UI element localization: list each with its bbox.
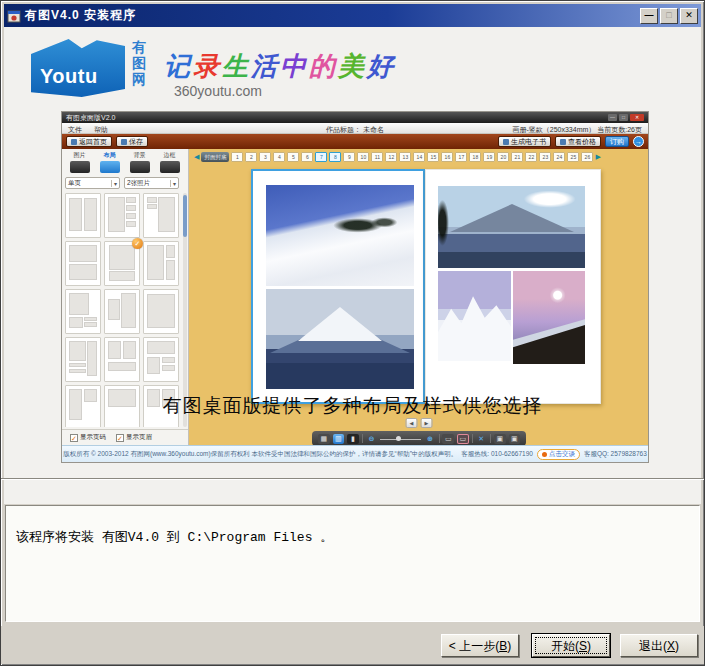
layout-thumbnail[interactable] [65,337,101,382]
photo-tool-icon: ▣ [494,434,506,444]
page-number-23[interactable]: 23 [539,152,551,162]
layout-thumbnail[interactable] [65,241,101,286]
page-number-9[interactable]: 9 [343,152,355,162]
selected-layout-check-icon: ✓ [132,238,143,249]
layout-thumbnail[interactable] [143,289,179,334]
photo-count-dropdown: 2张照片▾ [124,177,179,189]
page-number-10[interactable]: 10 [357,152,369,162]
tagline-char: 美 [338,51,367,81]
layout-thumbnail[interactable] [143,337,179,382]
app-toolbar: 返回首页 保存 生成电子书 查看价格 订购 → [62,134,648,149]
install-message: 该程序将安装 有图V4.0 到 C:\Program Files 。 [16,528,333,546]
photo-tool-icon: ▣ [509,434,521,444]
frame-icon: ▭ [442,434,454,444]
pages-next-icon: ▶ [595,153,600,161]
doc-title-value: 未命名 [363,126,384,133]
page-number-5[interactable]: 5 [287,152,299,162]
page-number-26[interactable]: 26 [581,152,593,162]
photo-snow-peaks [438,271,511,361]
page-number-21[interactable]: 21 [511,152,523,162]
page-number-14[interactable]: 14 [413,152,425,162]
zoom-out-icon: ⊖ [366,434,378,444]
page-count-info: 当前页数:26页 [597,126,642,133]
save-icon [121,139,127,145]
view-control-bar: ▦ ▥ ▮ ⊖ ⊕ ▭ ▭ ✕ ▣ ▣ [312,431,526,445]
layout-thumbnail[interactable] [104,337,140,382]
page-navigation: ◀ 封面封底 123456789101112131415161718192021… [194,151,646,163]
page-number-3[interactable]: 3 [259,152,271,162]
home-icon [71,139,77,145]
page-number-15[interactable]: 15 [427,152,439,162]
checkbox-check-icon: ✓ [70,434,78,442]
title-bar[interactable]: 有图V4.0 安装程序 — □ ✕ [4,4,701,27]
divider [1,478,704,480]
tagline-char: 生 [222,51,251,81]
page-number-2[interactable]: 2 [245,152,257,162]
photo-moon-sky [513,271,585,364]
sidebar-scrollbar [183,193,187,427]
page-number-1[interactable]: 1 [231,152,243,162]
page-number-24[interactable]: 24 [553,152,565,162]
single-view-icon: ▮ [347,434,359,444]
qq-chat-badge: 点击交谈 [537,449,580,460]
layout-thumbnail[interactable] [143,193,179,238]
generate-ebook-button: 生成电子书 [498,136,551,147]
page-number-4[interactable]: 4 [273,152,285,162]
window-title: 有图V4.0 安装程序 [25,7,136,24]
tagline-char: 活 [251,51,280,81]
layout-thumbnail-grid: ✓ [65,193,182,427]
album-format-info: 画册-竖款（250x334mm） [512,126,595,133]
zoom-in-icon: ⊕ [424,434,436,444]
tagline-char: 的 [309,51,338,81]
page-number-12[interactable]: 12 [385,152,397,162]
view-price-button: 查看价格 [555,136,601,147]
page-number-19[interactable]: 19 [483,152,495,162]
app-maximize-icon: □ [619,114,628,121]
tagline-char: 录 [193,51,222,81]
show-page-header-checkbox: ✓显示页眉 [116,433,152,442]
tab-border: 边框 [155,151,184,173]
chevron-down-icon: ▾ [111,180,117,187]
layout-thumbnail[interactable] [65,193,101,238]
page-left-selected [251,169,425,404]
minimize-button[interactable]: — [640,8,658,24]
copyright-text: 版权所有 © 2003-2012 有图网(www.360youtu.com)保留… [63,450,457,459]
page-number-22[interactable]: 22 [525,152,537,162]
page-number-13[interactable]: 13 [399,152,411,162]
exit-button[interactable]: 退出(X) [620,634,698,657]
logo-vertical-text: 有图网 [132,39,149,87]
page-number-6[interactable]: 6 [301,152,313,162]
layout-thumbnail[interactable] [143,241,179,286]
page-number-17[interactable]: 17 [455,152,467,162]
cover-pages-button: 封面封底 [201,152,229,162]
close-button[interactable]: ✕ [680,8,698,24]
installer-icon [7,9,21,23]
back-button[interactable]: < 上一步(B) [441,634,519,657]
layout-thumbnail[interactable] [65,289,101,334]
home-button: 返回首页 [66,136,112,147]
swap-pages-icon: ✕ [476,434,488,444]
app-title: 有图桌面版V2.0 [66,113,115,123]
page-number-16[interactable]: 16 [441,152,453,162]
tab-layout: 布局 [95,151,124,173]
page-number-list: 1234567891011121314151617181920212223242… [231,152,593,162]
page-number-8[interactable]: 8 [329,152,341,162]
page-number-7[interactable]: 7 [315,152,327,162]
page-number-25[interactable]: 25 [567,152,579,162]
checkbox-check-icon: ✓ [116,434,124,442]
hotline-text: 客服热线: 010-62667190 [461,450,533,459]
layout-thumbnail[interactable]: ✓ [104,241,140,286]
tagline-char: 好 [367,51,396,81]
page-number-20[interactable]: 20 [497,152,509,162]
start-button[interactable]: 开始(S) [532,634,610,657]
layout-thumbnail[interactable] [104,289,140,334]
app-status-bar: 版权所有 © 2003-2012 有图网(www.360youtu.com)保留… [62,445,648,462]
logo-text: Youtu [40,65,98,88]
installer-window: 有图V4.0 安装程序 — □ ✕ Youtu 有图网 记录生活中的美好 360… [0,0,705,666]
layout-thumbnail[interactable] [104,193,140,238]
spread-next-button: ▶ [421,418,433,428]
page-number-18[interactable]: 18 [469,152,481,162]
page-number-11[interactable]: 11 [371,152,383,162]
texture-icon [130,161,150,173]
layout-icon [100,161,120,173]
